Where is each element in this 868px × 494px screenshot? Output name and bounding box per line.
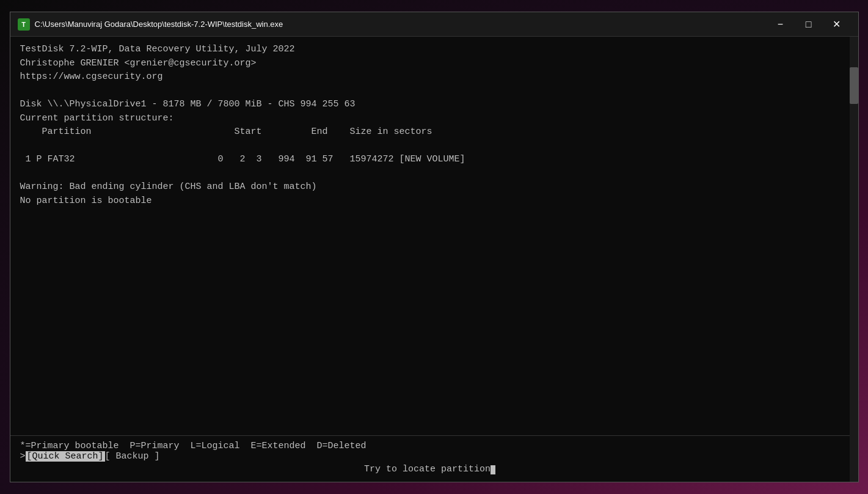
terminal-line-12: No partition is bootable bbox=[20, 194, 840, 208]
terminal-line-3: https://www.cgsecurity.org bbox=[20, 70, 840, 84]
close-button[interactable]: ✕ bbox=[823, 12, 851, 37]
main-window: T C:\Users\Manuviraj Godara\Desktop\test… bbox=[10, 12, 859, 482]
action-bar: > [Quick Search] [ Backup ] bbox=[20, 451, 840, 462]
blank-3 bbox=[20, 167, 840, 181]
terminal-line-5: Disk \\.\PhysicalDrive1 - 8178 MB / 7800… bbox=[20, 98, 840, 112]
window-controls: − □ ✕ bbox=[767, 12, 851, 37]
cursor bbox=[491, 465, 495, 474]
backup-label[interactable]: [ Backup ] bbox=[105, 451, 160, 462]
blank-2 bbox=[20, 139, 840, 153]
maximize-button[interactable]: □ bbox=[795, 12, 823, 37]
quick-search-button[interactable]: [Quick Search] bbox=[26, 451, 105, 462]
terminal-line-7: Partition Start End Size in sectors bbox=[20, 125, 840, 139]
terminal-line-9: 1 P FAT32 0 2 3 994 91 57 15974272 [NEW … bbox=[20, 153, 840, 167]
blank-1 bbox=[20, 84, 840, 98]
scrollbar[interactable] bbox=[850, 37, 858, 482]
status-text: Try to locate partition bbox=[364, 464, 491, 474]
legend-line: *=Primary bootable P=Primary L=Logical E… bbox=[20, 441, 840, 451]
bottom-bar: *=Primary bootable P=Primary L=Logical E… bbox=[10, 435, 850, 482]
terminal-line-11: Warning: Bad ending cylinder (CHS and LB… bbox=[20, 180, 840, 194]
action-prefix: > bbox=[20, 451, 26, 462]
scrollbar-thumb[interactable] bbox=[850, 67, 858, 104]
terminal-line-6: Current partition structure: bbox=[20, 112, 840, 126]
minimize-button[interactable]: − bbox=[767, 12, 795, 37]
terminal-line-2: Christophe GRENIER <grenier@cgsecurity.o… bbox=[20, 57, 840, 71]
terminal-line-1: TestDisk 7.2-WIP, Data Recovery Utility,… bbox=[20, 43, 840, 57]
app-icon: T bbox=[18, 18, 30, 31]
status-line: Try to locate partition bbox=[20, 462, 840, 477]
window-title: C:\Users\Manuviraj Godara\Desktop\testdi… bbox=[35, 20, 767, 29]
title-bar: T C:\Users\Manuviraj Godara\Desktop\test… bbox=[10, 12, 858, 37]
terminal-output: TestDisk 7.2-WIP, Data Recovery Utility,… bbox=[10, 37, 850, 435]
